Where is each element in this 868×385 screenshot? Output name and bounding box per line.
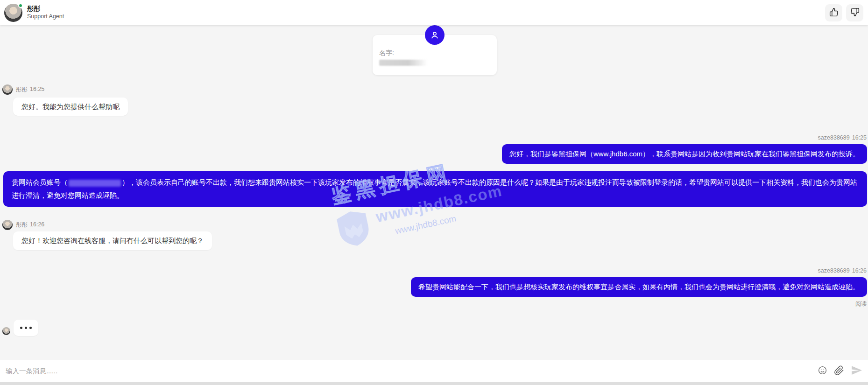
agent-avatar-small [2,220,13,230]
agent-typing-indicator [2,320,867,336]
message-text: ），联系贵网站是因为收到贵网站玩家在我们鉴黑担保网发布的投诉。 [642,150,860,158]
emoji-icon [818,365,827,377]
visitor-message-bubble: 您好，我们是鉴黑担保网（www.jhdb6.com），联系贵网站是因为收到贵网站… [502,144,867,164]
message-time: 16:25 [852,134,867,141]
message-sender: saze838689 [818,267,850,274]
emoji-button[interactable] [818,365,827,377]
name-field-value-redacted [379,60,428,66]
agent-avatar-small [2,84,13,95]
prechat-form-card: 名字: [373,35,497,75]
message-time: 16:26 [852,267,867,274]
visitor-message-bubble-wide: 贵网站会员账号（），该会员表示自己的账号不出款，我们想来跟贵网站核实一下该玩家发… [3,171,867,207]
bottom-edge [0,382,868,385]
online-status-dot [18,3,23,8]
message-time: 16:25 [30,86,44,94]
agent-message-bubble: 您好。我能为您提供什么帮助呢 [13,98,128,116]
jhdb6-link[interactable]: www.jhdb6.com [593,150,642,158]
thumbs-up-icon [829,7,839,18]
paperclip-icon [834,365,844,377]
message-group-visitor: 贵网站会员账号（），该会员表示自己的账号不出款，我们想来跟贵网站核实一下该玩家发… [2,171,867,207]
send-icon [851,364,862,378]
thumbs-down-button[interactable] [846,4,863,21]
name-field-label: 名字: [379,49,490,57]
message-group-agent: 彤彤 16:25 您好。我能为您提供什么帮助呢 [2,84,867,116]
message-time: 16:26 [30,221,44,229]
attach-file-button[interactable] [834,365,844,377]
chat-widget: 彤彤 Support Agent 名字: [0,0,868,385]
message-sender: 彤彤 [16,86,28,94]
message-group-visitor: saze838689 16:25 您好，我们是鉴黑担保网（www.jhdb6.c… [2,134,867,164]
user-circle-icon [425,25,445,45]
message-text: 贵网站会员账号（ [12,178,68,186]
message-list[interactable]: 名字: 彤彤 16:25 您好。我能为您提供什么帮助呢 saze838689 1… [0,25,868,360]
agent-subtitle: Support Agent [27,13,64,21]
visitor-message-bubble: 希望贵网站能配合一下，我们也是想核实玩家发布的维权事宜是否属实，如果有内情，我们… [411,277,867,297]
thumbs-up-button[interactable] [825,4,842,21]
account-number-redacted [69,180,121,187]
message-sender: 彤彤 [16,221,28,229]
agent-avatar [4,4,22,22]
send-button[interactable] [851,364,862,378]
message-sender: saze838689 [818,134,850,141]
message-group-visitor: saze838689 16:26 希望贵网站能配合一下，我们也是想核实玩家发布的… [2,267,867,308]
message-text: ），该会员表示自己的账号不出款，我们想来跟贵网站核实一下该玩家发布的维权事宜是否… [12,178,857,199]
read-receipt: 阅读 [2,300,867,308]
typing-dots-icon [14,320,38,336]
message-group-agent: 彤彤 16:26 您好！欢迎您咨询在线客服，请问有什么可以帮到您的呢？ [2,220,867,250]
agent-message-bubble: 您好！欢迎您咨询在线客服，请问有什么可以帮到您的呢？ [13,231,212,250]
thumbs-down-icon [850,7,860,18]
agent-avatar-small [2,327,10,335]
chat-header: 彤彤 Support Agent [0,0,868,25]
message-composer [0,360,868,382]
agent-name: 彤彤 [27,5,64,13]
message-input[interactable] [6,367,818,375]
message-text: 您好，我们是鉴黑担保网（ [509,150,593,158]
